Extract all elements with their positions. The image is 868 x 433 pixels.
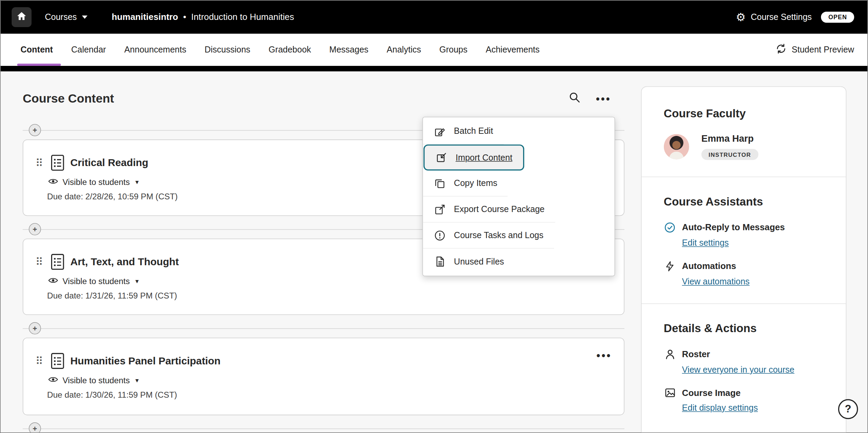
menu-item-import-content[interactable]: Import Content bbox=[423, 144, 524, 171]
tab-discussions[interactable]: Discussions bbox=[204, 34, 250, 66]
caret-down-icon: ▾ bbox=[135, 178, 139, 186]
student-preview-label: Student Preview bbox=[792, 45, 854, 55]
breadcrumb-separator: • bbox=[183, 12, 186, 22]
tab-content[interactable]: Content bbox=[21, 34, 53, 66]
content-item-title[interactable]: Critical Reading bbox=[70, 157, 148, 169]
tab-messages[interactable]: Messages bbox=[329, 34, 368, 66]
gear-icon: ⚙ bbox=[736, 12, 746, 23]
content-options-context-menu: Batch Edit Import Content bbox=[422, 117, 615, 276]
sidebar-item-roster: Roster View everyone in your course bbox=[664, 348, 824, 375]
sidebar-divider bbox=[642, 303, 846, 304]
menu-item-batch-edit[interactable]: Batch Edit bbox=[423, 118, 504, 144]
topbar-right-group: ⚙ Course Settings OPEN bbox=[736, 12, 854, 23]
sidebar-item-automations: Automations View automations bbox=[664, 260, 824, 286]
view-roster-link[interactable]: View everyone in your course bbox=[682, 365, 795, 375]
tab-gradebook[interactable]: Gradebook bbox=[269, 34, 311, 66]
auto-reply-icon bbox=[664, 221, 676, 233]
person-icon bbox=[664, 348, 676, 360]
tabs: Content Calendar Announcements Discussio… bbox=[21, 34, 540, 66]
courses-label: Courses bbox=[45, 12, 77, 22]
menu-item-course-tasks-and-logs[interactable]: Course Tasks and Logs bbox=[423, 223, 554, 249]
home-button[interactable] bbox=[12, 7, 32, 27]
sidebar-item-title: Auto-Reply to Messages bbox=[682, 223, 785, 233]
app-window: Courses humanitiesintro • Introduction t… bbox=[0, 0, 868, 433]
faculty-member: Emma Harp INSTRUCTOR bbox=[664, 133, 824, 160]
course-open-status-badge[interactable]: OPEN bbox=[821, 12, 854, 23]
file-icon bbox=[433, 256, 445, 267]
sidebar-item-title: Course Image bbox=[682, 388, 741, 398]
edit-display-settings-link[interactable]: Edit display settings bbox=[682, 403, 758, 413]
course-settings-button[interactable]: ⚙ Course Settings bbox=[736, 12, 812, 23]
card-options-menu-button[interactable]: ••• bbox=[597, 350, 612, 361]
search-button[interactable] bbox=[568, 91, 580, 106]
course-tab-bar: Content Calendar Announcements Discussio… bbox=[1, 34, 868, 66]
ellipsis-icon: ••• bbox=[596, 93, 611, 104]
tab-announcements[interactable]: Announcements bbox=[124, 34, 186, 66]
avatar bbox=[664, 134, 689, 159]
add-content-divider: + bbox=[23, 422, 624, 433]
breadcrumb-course-name: Introduction to Humanities bbox=[191, 12, 294, 22]
copy-icon bbox=[433, 177, 445, 189]
alert-circle-icon bbox=[433, 230, 445, 241]
content-item-title[interactable]: Humanities Panel Participation bbox=[70, 355, 221, 367]
visibility-dropdown[interactable]: Visible to students ▾ bbox=[48, 375, 139, 385]
visibility-label: Visible to students bbox=[62, 177, 130, 186]
course-faculty-heading: Course Faculty bbox=[664, 107, 824, 120]
due-date: Due date: 1/30/26, 11:59 PM (CST) bbox=[47, 390, 611, 399]
eye-icon bbox=[48, 375, 58, 385]
details-actions-heading: Details & Actions bbox=[664, 321, 824, 335]
search-icon bbox=[568, 96, 580, 105]
menu-item-label: Import Content bbox=[456, 153, 512, 163]
help-button[interactable]: ? bbox=[838, 399, 858, 419]
drag-handle-icon[interactable]: ⠿ bbox=[35, 157, 45, 168]
add-content-divider: + bbox=[23, 321, 624, 335]
sidebar-item-row: Automations bbox=[664, 260, 824, 272]
batch-edit-icon bbox=[433, 125, 445, 137]
tab-achievements[interactable]: Achievements bbox=[486, 34, 540, 66]
eye-icon bbox=[48, 276, 58, 285]
courses-menu-button[interactable]: Courses bbox=[45, 12, 87, 22]
menu-item-export-course-package[interactable]: Export Course Package bbox=[423, 197, 555, 223]
content-header-actions: ••• bbox=[568, 91, 611, 106]
tab-groups[interactable]: Groups bbox=[439, 34, 467, 66]
add-content-button[interactable]: + bbox=[29, 124, 41, 136]
tab-analytics[interactable]: Analytics bbox=[387, 34, 421, 66]
add-content-button[interactable]: + bbox=[29, 422, 41, 433]
add-content-button[interactable]: + bbox=[29, 223, 41, 235]
add-content-button[interactable]: + bbox=[29, 322, 41, 334]
caret-down-icon: ▾ bbox=[135, 277, 139, 285]
menu-item-label: Course Tasks and Logs bbox=[454, 230, 543, 240]
menu-item-label: Unused Files bbox=[454, 257, 504, 267]
menu-item-unused-files[interactable]: Unused Files bbox=[423, 248, 515, 274]
breadcrumb: humanitiesintro • Introduction to Humani… bbox=[112, 12, 294, 22]
menu-item-copy-items[interactable]: Copy Items bbox=[423, 171, 508, 197]
content-options-menu-button[interactable]: ••• bbox=[596, 93, 611, 104]
visibility-label: Visible to students bbox=[62, 276, 130, 285]
course-assistants-heading: Course Assistants bbox=[664, 195, 824, 208]
drag-handle-icon[interactable]: ⠿ bbox=[35, 257, 45, 267]
sidebar-divider bbox=[642, 177, 846, 177]
view-automations-link[interactable]: View automations bbox=[682, 277, 750, 287]
top-navigation-bar: Courses humanitiesintro • Introduction t… bbox=[1, 1, 868, 34]
student-preview-button[interactable]: Student Preview bbox=[776, 43, 854, 57]
student-preview-icon bbox=[776, 43, 787, 57]
ellipsis-icon: ••• bbox=[597, 350, 612, 362]
visibility-dropdown[interactable]: Visible to students ▾ bbox=[48, 276, 139, 285]
menu-item-label: Batch Edit bbox=[454, 126, 493, 136]
caret-down-icon: ▾ bbox=[135, 376, 139, 384]
chevron-down-icon bbox=[82, 15, 87, 19]
visibility-label: Visible to students bbox=[62, 375, 130, 385]
due-date: Due date: 1/31/26, 11:59 PM (CST) bbox=[47, 291, 611, 300]
drag-handle-icon[interactable]: ⠿ bbox=[35, 356, 45, 366]
visibility-dropdown[interactable]: Visible to students ▾ bbox=[48, 177, 139, 186]
content-item-title[interactable]: Art, Text, and Thought bbox=[70, 256, 179, 268]
content-header: Course Content ••• bbox=[23, 71, 624, 106]
faculty-name: Emma Harp bbox=[701, 133, 758, 144]
main-content: Course Content ••• + bbox=[1, 71, 868, 433]
edit-settings-link[interactable]: Edit settings bbox=[682, 238, 729, 248]
sidebar-item-auto-reply: Auto-Reply to Messages Edit settings bbox=[664, 221, 824, 248]
divider-strip bbox=[1, 66, 868, 71]
export-icon bbox=[433, 203, 445, 215]
tab-calendar[interactable]: Calendar bbox=[71, 34, 106, 66]
document-icon bbox=[50, 353, 65, 369]
